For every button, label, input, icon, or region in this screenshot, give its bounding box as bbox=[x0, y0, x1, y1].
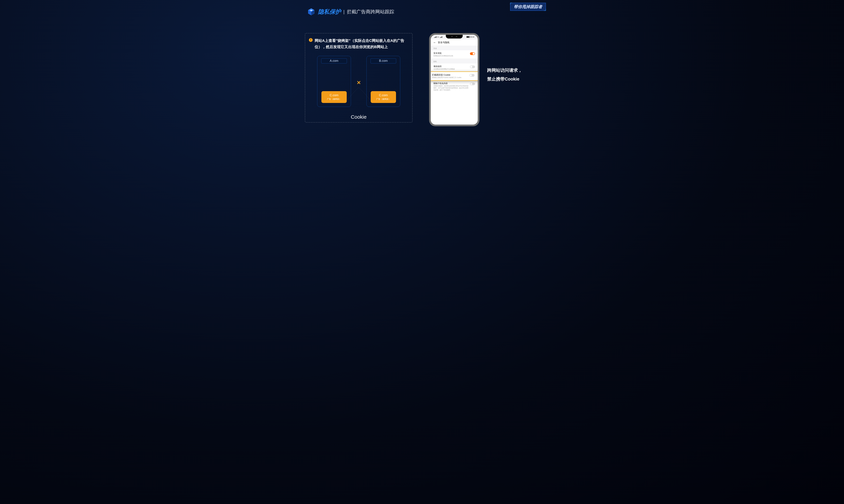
callout-line1: 跨网站访问请求， bbox=[487, 66, 522, 75]
signal-icon: 5G bbox=[434, 36, 442, 38]
screen-title: 安全与隐私 bbox=[438, 41, 450, 44]
personal-desc: 启用此功能后，您仍然会收到我们和合作伙伴的内容推荐，但不会基于您的资讯使用情况（… bbox=[433, 85, 469, 91]
slide-header: 隐私保护 | 拦截广告商跨网站跟踪 bbox=[307, 8, 394, 16]
dnt-desc: 访问网站时请求网站不记录数据 bbox=[433, 68, 469, 70]
title-separator: | bbox=[343, 9, 344, 15]
cookie-label: Cookie bbox=[305, 114, 412, 120]
row-dnt[interactable]: 请勿追踪 访问网站时请求网站不记录数据 bbox=[431, 64, 478, 72]
block-x-icon: ✕ bbox=[357, 79, 361, 85]
site-b-ad: C.com 广告（烧烤架） bbox=[371, 91, 396, 103]
ad-domain-a: C.com bbox=[330, 93, 338, 97]
callout-line2: 禁止携带Cookie bbox=[487, 75, 522, 84]
callout-text: 跨网站访问请求， 禁止携带Cookie bbox=[487, 66, 522, 84]
site-a-ad: C.com 广告（烧烤架） bbox=[321, 91, 347, 103]
phone-frame: 5G 08:08 ← 安全与隐私 安全 bbox=[429, 33, 479, 126]
alert-icon: ! bbox=[309, 38, 312, 42]
site-card-a: A.com C.com 广告（烧烤架） bbox=[317, 56, 351, 107]
explanation-panel: ! 网站A上查看"烧烤架"（实际点击C网站嵌入在A的广告位），然后发现它又出现在… bbox=[305, 33, 413, 123]
dnt-toggle[interactable] bbox=[470, 66, 475, 68]
back-arrow-icon[interactable]: ← bbox=[433, 41, 436, 44]
row-block-cookie-highlight[interactable]: 拦截跟踪型 Cookie 智能阻止跟踪用户访问行为的第三方 Cookie bbox=[431, 71, 478, 81]
sites-row: A.com C.com 广告（烧烤架） ✕ B.com C.com 广告（烧烤架… bbox=[309, 56, 409, 107]
row-safe-browse[interactable]: 安全浏览 联网检查所访问网页的安全性 bbox=[431, 50, 478, 59]
personal-toggle[interactable] bbox=[470, 83, 475, 85]
settings-screen: ← 安全与隐私 安全 安全浏览 联网检查所访问网页的安全性 隐私 请勿追踪 访问… bbox=[431, 39, 478, 125]
section-security-label: 安全 bbox=[431, 46, 478, 50]
block-cookie-desc: 智能阻止跟踪用户访问行为的第三方 Cookie bbox=[432, 77, 468, 79]
safe-browse-toggle[interactable] bbox=[470, 52, 475, 55]
alert-row: ! 网站A上查看"烧烤架"（实际点击C网站嵌入在A的广告位），然后发现它又出现在… bbox=[309, 37, 409, 50]
safe-browse-title: 安全浏览 bbox=[433, 52, 469, 55]
site-b-url: B.com bbox=[371, 58, 396, 64]
screen-header: ← 安全与隐私 bbox=[431, 39, 478, 46]
phone-screen: 5G 08:08 ← 安全与隐私 安全 bbox=[431, 35, 478, 125]
ad-desc-b: 广告（烧烤架） bbox=[376, 98, 391, 101]
safe-browse-desc: 联网检查所访问网页的安全性 bbox=[433, 55, 469, 57]
status-time: 08:08 bbox=[470, 36, 474, 38]
corner-badge: 帮你甩掉跟踪者 bbox=[510, 3, 546, 11]
section-privacy-label: 隐私 bbox=[431, 59, 478, 64]
ad-desc-a: 广告（烧烤架） bbox=[327, 98, 341, 101]
row-personal[interactable]: 限制个性化内容 启用此功能后，您仍然会收到我们和合作伙伴的内容推荐，但不会基于您… bbox=[431, 80, 478, 93]
site-a-url: A.com bbox=[321, 58, 347, 64]
block-cookie-toggle[interactable] bbox=[469, 74, 474, 77]
personal-title: 限制个性化内容 bbox=[433, 82, 469, 85]
title-subtitle: 拦截广告商跨网站跟踪 bbox=[347, 8, 394, 15]
alert-text: 网站A上查看"烧烤架"（实际点击C网站嵌入在A的广告位），然后发现它又出现在你浏… bbox=[315, 37, 409, 50]
cube-icon bbox=[307, 8, 315, 16]
site-card-b: B.com C.com 广告（烧烤架） bbox=[366, 56, 400, 107]
status-bar: 5G 08:08 bbox=[431, 35, 478, 38]
title-main: 隐私保护 bbox=[318, 8, 341, 16]
battery-icon bbox=[466, 36, 470, 38]
block-cookie-title: 拦截跟踪型 Cookie bbox=[432, 74, 468, 76]
dnt-title: 请勿追踪 bbox=[433, 65, 469, 68]
ad-domain-b: C.com bbox=[379, 93, 388, 97]
